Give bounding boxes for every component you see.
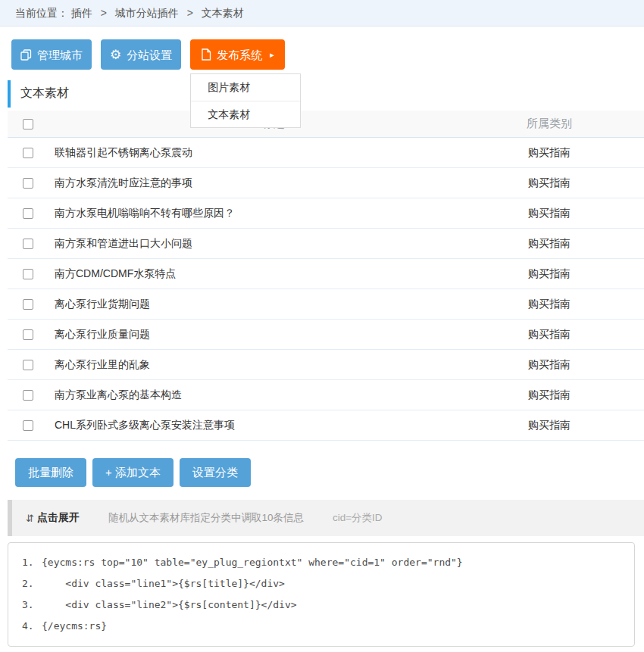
breadcrumb-item-city-subsite-plugin[interactable]: 城市分站插件 [115, 7, 179, 19]
expand-toggle[interactable]: ⇵ 点击展开 [26, 511, 80, 525]
breadcrumb-separator: > [187, 7, 193, 19]
expand-label: 点击展开 [37, 511, 80, 525]
row-title: 南方水泵电机嗡嗡响不转有哪些原因？ [55, 207, 492, 220]
row-checkbox[interactable] [23, 420, 33, 431]
breadcrumb: 当前位置： 插件 > 城市分站插件 > 文本素材 [0, 0, 644, 27]
usage-description: 随机从文本素材库指定分类中调取10条信息 [108, 511, 304, 525]
add-text-button[interactable]: + 添加文本 [92, 458, 174, 487]
gear-icon: ⚙ [110, 48, 121, 61]
code-line-number: 3. [22, 594, 42, 616]
cid-hint: cid=分类ID [333, 511, 383, 525]
table-row: 联轴器引起不锈钢离心泵震动 购买指南 [8, 138, 644, 168]
row-category: 购买指南 [492, 267, 606, 281]
select-all-checkbox[interactable] [23, 119, 33, 129]
row-checkbox[interactable] [23, 148, 33, 158]
row-checkbox[interactable] [23, 390, 33, 401]
site-settings-label: 分站设置 [127, 49, 172, 61]
expand-icon: ⇵ [26, 513, 34, 524]
set-category-button[interactable]: 设置分类 [180, 458, 251, 487]
row-title: 离心泵行业里的乱象 [55, 358, 492, 372]
manage-cities-button[interactable]: 管理城市 [11, 39, 92, 70]
row-category: 购买指南 [492, 298, 606, 311]
breadcrumb-separator: > [101, 7, 107, 19]
bulk-actions: 批量删除 + 添加文本 设置分类 [15, 458, 644, 487]
breadcrumb-item-text-material: 文本素材 [202, 7, 244, 19]
row-category: 购买指南 [492, 176, 606, 190]
code-line-number: 4. [22, 616, 42, 637]
dropdown-item-image-material[interactable]: 图片素材 [191, 74, 300, 101]
site-settings-button[interactable]: ⚙ 分站设置 [101, 39, 181, 70]
column-header-category: 所属类别 [492, 117, 606, 131]
publish-system-dropdown: 图片素材 文本素材 [190, 73, 301, 128]
row-checkbox[interactable] [23, 178, 33, 189]
code-line: 1. {eycms:rs top="10" table="ey_plug_reg… [22, 552, 627, 573]
table-header-row: 标题 所属类别 [8, 111, 644, 138]
toolbar: 管理城市 ⚙ 分站设置 发布系统 ▸ 图片素材 文本素材 [11, 39, 644, 70]
row-category: 购买指南 [492, 388, 606, 402]
row-checkbox[interactable] [23, 208, 33, 219]
breadcrumb-item-plugins[interactable]: 插件 [71, 7, 92, 19]
row-category: 购买指南 [492, 237, 606, 251]
table-row: CHL系列卧式多级离心泵安装注意事项 购买指南 [8, 410, 644, 441]
row-checkbox[interactable] [23, 360, 33, 370]
template-code-block: 1. {eycms:rs top="10" table="ey_plug_reg… [8, 542, 635, 647]
row-title: 南方水泵清洗时应注意的事项 [55, 176, 492, 190]
row-checkbox[interactable] [23, 299, 33, 310]
code-line: 4. {/eycms:rs} [22, 616, 627, 637]
row-checkbox[interactable] [23, 269, 33, 279]
material-table: 标题 所属类别 联轴器引起不锈钢离心泵震动 购买指南 南方水泵清洗时应注意的事项… [8, 111, 644, 441]
table-row: 南方泵和管道进出口大小问题 购买指南 [8, 229, 644, 259]
code-line-number: 2. [22, 573, 42, 594]
row-title: 离心泵行业质量问题 [55, 328, 492, 342]
code-line: 3. <div class="line2">{$rs[content]}</di… [22, 594, 627, 616]
publish-system-button[interactable]: 发布系统 ▸ [190, 39, 285, 70]
document-icon [201, 48, 211, 61]
row-category: 购买指南 [492, 419, 606, 432]
breadcrumb-label: 当前位置： [15, 7, 68, 19]
publish-system-label: 发布系统 [217, 49, 262, 61]
dropdown-item-text-material[interactable]: 文本素材 [191, 101, 300, 127]
row-title: CHL系列卧式多级离心泵安装注意事项 [55, 419, 492, 432]
table-row: 南方水泵电机嗡嗡响不转有哪些原因？ 购买指南 [8, 198, 644, 229]
table-row: 南方水泵清洗时应注意的事项 购买指南 [8, 168, 644, 198]
table-row: 南方泵业离心泵的基本构造 购买指南 [8, 380, 644, 410]
row-title: 离心泵行业货期问题 [55, 298, 492, 311]
page-title: 文本素材 [20, 86, 69, 101]
row-category: 购买指南 [492, 146, 606, 160]
row-category: 购买指南 [492, 358, 606, 372]
code-line-text: {/eycms:rs} [42, 616, 107, 637]
code-line-text: <div class="line1">{$rs[title]}</div> [42, 573, 285, 594]
manage-cities-label: 管理城市 [37, 49, 83, 61]
table-row: 离心泵行业质量问题 购买指南 [8, 320, 644, 350]
table-row: 离心泵行业货期问题 购买指南 [8, 289, 644, 320]
caret-right-icon: ▸ [270, 51, 274, 59]
usage-panel: ⇵ 点击展开 随机从文本素材库指定分类中调取10条信息 cid=分类ID [8, 500, 644, 536]
row-category: 购买指南 [492, 207, 606, 220]
copy-pages-icon [20, 49, 32, 61]
accent-bar [8, 80, 11, 108]
row-title: 联轴器引起不锈钢离心泵震动 [55, 146, 492, 160]
code-line-text: <div class="line2">{$rs[content]}</div> [42, 594, 297, 616]
row-checkbox[interactable] [23, 239, 33, 249]
table-row: 离心泵行业里的乱象 购买指南 [8, 350, 644, 380]
code-line-number: 1. [22, 552, 42, 573]
row-category: 购买指南 [492, 328, 606, 342]
batch-delete-button[interactable]: 批量删除 [15, 458, 86, 487]
section-header: 文本素材 [8, 76, 644, 111]
code-line: 2. <div class="line1">{$rs[title]}</div> [22, 573, 627, 594]
row-title: 南方泵和管道进出口大小问题 [55, 237, 492, 251]
code-line-text: {eycms:rs top="10" table="ey_plug_region… [42, 552, 463, 573]
row-title: 南方CDM/CDMF水泵特点 [55, 267, 492, 281]
row-title: 南方泵业离心泵的基本构造 [55, 388, 492, 402]
table-row: 南方CDM/CDMF水泵特点 购买指南 [8, 259, 644, 289]
row-checkbox[interactable] [23, 329, 33, 340]
publish-system-group: 发布系统 ▸ 图片素材 文本素材 [190, 39, 285, 70]
